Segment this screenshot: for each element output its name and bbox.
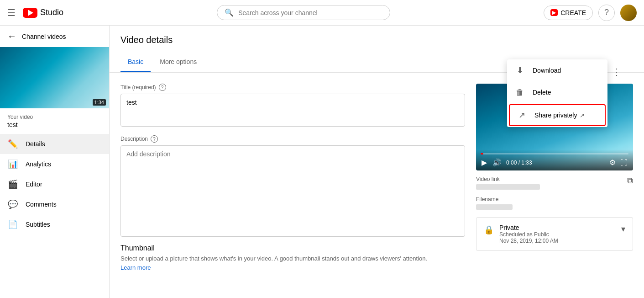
visibility-sub-date: Nov 28, 2019, 12:00 AM <box>499 238 621 244</box>
sidebar-label-editor: Editor <box>26 181 42 188</box>
dropdown-download[interactable]: ⬇ Download <box>507 59 607 81</box>
description-label: Description ? <box>120 135 465 143</box>
sidebar-nav: ✏️ Details 📊 Analytics 🎬 Editor 💬 Commen… <box>0 134 109 234</box>
volume-button[interactable]: 🔊 <box>492 157 503 168</box>
sidebar-video-title: test <box>7 121 102 128</box>
delete-label: Delete <box>533 89 551 96</box>
copy-link-button[interactable]: ⧉ <box>627 176 633 186</box>
visibility-card: 🔒 Private Scheduled as Public Nov 28, 20… <box>476 217 633 251</box>
nav-right: ▶ CREATE ? <box>544 5 637 21</box>
sidebar-item-analytics[interactable]: 📊 Analytics <box>0 154 109 174</box>
create-icon: ▶ <box>550 9 558 16</box>
youtube-logo-icon <box>23 8 37 18</box>
video-link-info: Video link <box>476 176 540 190</box>
thumbnail-description: Select or upload a picture that shows wh… <box>120 255 465 262</box>
thumbnail-duration: 1:34 <box>93 99 106 106</box>
sidebar-thumbnail: 1:34 <box>0 47 110 108</box>
dropdown-menu: ⬇ Download 🗑 Delete ↗ Share privately ↗ <box>507 59 607 127</box>
settings-button[interactable]: ⚙ <box>608 157 617 168</box>
sidebar-item-editor[interactable]: 🎬 Editor <box>0 174 109 194</box>
back-arrow-icon: ← <box>7 31 16 42</box>
thumbnail-section: Thumbnail Select or upload a picture tha… <box>120 244 465 271</box>
studio-wordmark: Studio <box>40 8 63 17</box>
avatar-image <box>620 5 637 21</box>
sidebar-video-label: Your video <box>7 114 102 120</box>
filename-section: Filename <box>476 196 633 210</box>
search-input[interactable] <box>238 9 382 16</box>
visibility-dropdown-arrow[interactable]: ▾ <box>621 224 625 234</box>
fullscreen-button[interactable]: ⛶ <box>619 158 628 168</box>
left-panel: Title (required) ? test Description ? Th… <box>120 84 465 278</box>
details-icon: ✏️ <box>7 138 18 149</box>
description-field: Description ? <box>120 135 465 237</box>
comments-icon: 💬 <box>7 199 18 210</box>
tab-basic[interactable]: Basic <box>120 53 151 72</box>
dropdown-share-privately[interactable]: ↗ Share privately ↗ <box>509 104 606 126</box>
video-link-label: Video link <box>476 176 540 182</box>
create-label: CREATE <box>560 9 586 16</box>
title-help-icon[interactable]: ? <box>159 84 166 91</box>
controls-row: ▶ 🔊 0:00 / 1:33 ⚙ ⛶ <box>481 157 628 168</box>
editor-icon: 🎬 <box>7 179 18 190</box>
thumbnail-title: Thumbnail <box>120 244 465 252</box>
video-controls: ▶ 🔊 0:00 / 1:33 ⚙ ⛶ <box>476 149 633 170</box>
sidebar-video-info: Your video test <box>0 108 109 132</box>
more-vert-button[interactable]: ⋮ <box>612 66 621 77</box>
title-field: Title (required) ? test <box>120 84 465 128</box>
filename-value-blurred <box>476 204 513 210</box>
filename-label: Filename <box>476 196 633 202</box>
description-help-icon[interactable]: ? <box>151 135 158 143</box>
title-label: Title (required) ? <box>120 84 465 91</box>
top-navigation: ☰ Studio 🔍 ▶ CREATE ? <box>0 0 644 26</box>
progress-fill <box>481 153 483 154</box>
visibility-info: Private Scheduled as Public Nov 28, 2019… <box>499 224 621 244</box>
search-icon: 🔍 <box>225 8 234 17</box>
sidebar-item-subtitles[interactable]: 📄 Subtitles <box>0 214 109 234</box>
share-privately-label: Share privately <box>534 112 577 119</box>
video-link-section: Video link ⧉ <box>476 176 633 190</box>
progress-bar[interactable] <box>481 153 628 154</box>
sidebar-item-comments[interactable]: 💬 Comments <box>0 194 109 214</box>
play-button[interactable]: ▶ <box>481 157 488 168</box>
sidebar-label-details: Details <box>26 140 45 148</box>
sidebar-label-subtitles: Subtitles <box>26 221 50 228</box>
subtitles-icon: 📄 <box>7 219 18 230</box>
title-input[interactable]: test <box>120 94 465 127</box>
analytics-icon: 📊 <box>7 159 18 170</box>
visibility-icon: 🔒 <box>484 225 494 235</box>
sidebar-item-details[interactable]: ✏️ Details <box>0 134 109 154</box>
external-link-icon: ↗ <box>580 112 585 119</box>
video-link-value-blurred <box>476 184 540 190</box>
visibility-title: Private <box>499 224 621 231</box>
hamburger-icon[interactable]: ☰ <box>7 7 16 18</box>
sidebar: ← Channel videos 1:34 Your video test ✏️… <box>0 26 110 298</box>
time-display: 0:00 / 1:33 <box>506 160 605 166</box>
description-input[interactable] <box>120 145 465 237</box>
learn-more-link[interactable]: Learn more <box>120 264 151 271</box>
back-nav[interactable]: ← Channel videos <box>0 26 109 47</box>
page-title: Video details <box>120 35 633 45</box>
back-label: Channel videos <box>22 33 66 40</box>
play-icon <box>28 10 33 16</box>
download-label: Download <box>533 67 561 74</box>
sidebar-label-comments: Comments <box>26 201 57 208</box>
visibility-sub-scheduled: Scheduled as Public <box>499 231 621 238</box>
search-bar[interactable]: 🔍 <box>217 5 390 20</box>
dropdown-delete[interactable]: 🗑 Delete <box>507 81 607 103</box>
logo-area: Studio <box>23 8 63 18</box>
avatar[interactable] <box>620 5 637 21</box>
page-header: Video details <box>110 26 644 45</box>
tab-more-options[interactable]: More options <box>152 53 204 72</box>
download-icon: ⬇ <box>514 65 525 76</box>
create-button[interactable]: ▶ CREATE <box>544 5 593 20</box>
share-privately-icon: ↗ <box>516 110 527 121</box>
help-icon[interactable]: ? <box>598 5 615 21</box>
delete-icon: 🗑 <box>514 87 525 98</box>
ctrl-right: ⚙ ⛶ <box>608 157 628 168</box>
sidebar-label-analytics: Analytics <box>26 160 51 168</box>
